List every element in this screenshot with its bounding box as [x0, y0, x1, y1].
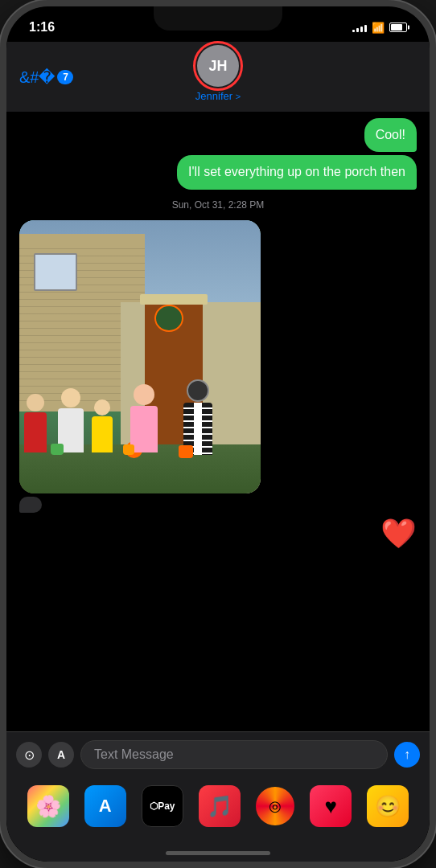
apple-pay-icon: ⬡Pay — [150, 800, 175, 812]
send-button[interactable]: ↑ — [394, 742, 420, 768]
clips-app[interactable]: ♥ — [310, 785, 352, 827]
music-icon: 🎵 — [207, 794, 232, 819]
app-store-icon: A — [99, 796, 112, 817]
send-icon: ↑ — [404, 747, 410, 762]
contact-avatar-ring — [193, 41, 243, 91]
messages-area: Cool! I'll set everything up on the porc… — [6, 112, 430, 731]
clips-icon: ♥ — [325, 794, 337, 819]
contact-name[interactable]: Jennifer > — [195, 90, 241, 102]
wifi-icon: 📶 — [372, 22, 385, 34]
message-input[interactable]: Text Message — [80, 740, 388, 769]
game-center-app[interactable]: ◎ — [256, 787, 294, 825]
nav-header: &#� 7 JH Jennifer > — [6, 42, 430, 112]
camera-button[interactable]: ⊙ — [16, 742, 42, 768]
message-text: I'll set everything up on the porch then — [188, 165, 405, 178]
input-area: ⊙ A Text Message ↑ — [6, 731, 430, 777]
message-image[interactable] — [19, 220, 261, 493]
signal-icon — [352, 23, 367, 32]
message-timestamp: Sun, Oct 31, 2:28 PM — [19, 199, 417, 211]
music-app[interactable]: 🎵 — [199, 785, 241, 827]
dock-row: 🌸 A ⬡Pay 🎵 ◎ ♥ 😊 — [19, 785, 417, 827]
photos-app[interactable]: 🌸 — [27, 785, 69, 827]
message-bubble-cool: Cool! — [364, 118, 417, 152]
game-center-icon: ◎ — [269, 797, 282, 815]
back-chevron-icon: &#� — [19, 69, 56, 85]
message-text: Cool! — [376, 128, 405, 141]
app-dock: 🌸 A ⬡Pay 🎵 ◎ ♥ 😊 — [6, 777, 430, 851]
back-badge[interactable]: 7 — [57, 70, 73, 84]
message-bubble-porch: I'll set everything up on the porch then — [177, 155, 417, 189]
contact-name-chevron-icon: > — [236, 92, 241, 101]
message-bubble-cutie — [19, 497, 42, 513]
status-time: 1:16 — [29, 20, 55, 35]
apple-pay-app[interactable]: ⬡Pay — [142, 785, 183, 827]
camera-icon: ⊙ — [24, 747, 35, 763]
battery-icon — [389, 23, 407, 32]
phone-screen: 1:16 📶 &#� 7 — [6, 6, 430, 862]
memoji-app[interactable]: 😊 — [367, 785, 409, 827]
photo-scene — [19, 220, 261, 493]
status-icons: 📶 — [352, 22, 407, 34]
apps-button[interactable]: A — [48, 742, 74, 768]
memoji-icon: 😊 — [375, 794, 401, 819]
volume-down-button[interactable] — [0, 206, 2, 250]
home-bar[interactable] — [166, 851, 270, 855]
contact-avatar-container[interactable]: JH — [197, 45, 239, 87]
message-placeholder: Text Message — [94, 747, 174, 762]
message-image-container[interactable] — [19, 220, 261, 493]
input-row: ⊙ A Text Message ↑ — [16, 740, 420, 769]
phone-frame: 1:16 📶 &#� 7 — [0, 0, 436, 868]
home-indicator — [6, 851, 430, 862]
notch — [154, 6, 282, 31]
apps-icon: A — [57, 748, 65, 761]
reaction-heart: ❤️ — [380, 519, 417, 548]
app-store-app[interactable]: A — [84, 785, 126, 827]
photos-icon: 🌸 — [35, 794, 61, 819]
volume-up-button[interactable] — [0, 155, 2, 199]
back-button[interactable]: &#� 7 — [19, 69, 73, 85]
